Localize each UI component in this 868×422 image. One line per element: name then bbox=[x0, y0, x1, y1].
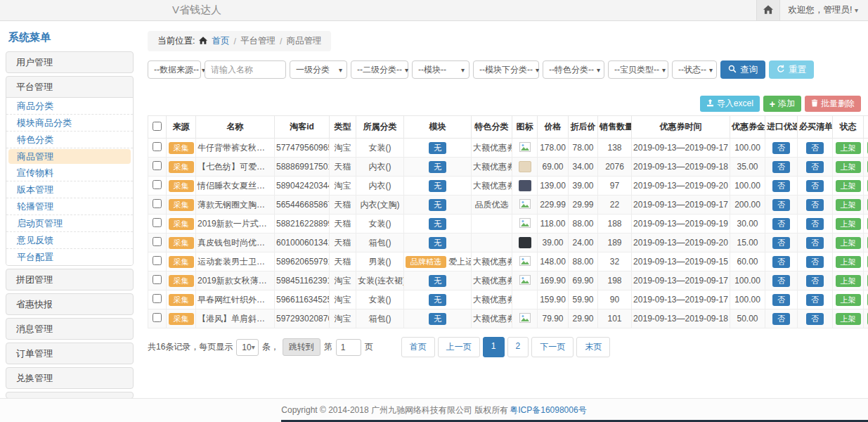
sidebar-item-平台配置[interactable]: 平台配置 bbox=[6, 249, 133, 265]
must-buy-toggle[interactable]: 否 bbox=[806, 199, 824, 211]
imported-toggle[interactable]: 否 bbox=[772, 275, 790, 287]
module-badge: 无 bbox=[429, 294, 446, 306]
sidebar-item-模块商品分类[interactable]: 模块商品分类 bbox=[6, 115, 133, 132]
row-checkbox[interactable] bbox=[153, 180, 162, 189]
sidebar-group-省惠快报[interactable]: 省惠快报 bbox=[6, 294, 133, 314]
sidebar-group-订单管理[interactable]: 订单管理 bbox=[6, 343, 133, 364]
product-thumbnail bbox=[519, 180, 531, 191]
filter-goods-type-select[interactable]: --宝贝类型-- ▾ bbox=[608, 60, 668, 79]
imported-toggle[interactable]: 否 bbox=[772, 180, 790, 192]
status-badge[interactable]: 上架 bbox=[836, 199, 861, 211]
name-search-input[interactable] bbox=[205, 60, 286, 79]
sidebar-group-clipped[interactable] bbox=[6, 392, 133, 398]
row-checkbox[interactable] bbox=[153, 142, 162, 151]
filter-status-select[interactable]: --状态-- ▾ bbox=[672, 60, 717, 79]
jump-prefix: 第 bbox=[324, 341, 332, 353]
imported-toggle[interactable]: 否 bbox=[772, 142, 790, 154]
filter-module-select[interactable]: --模块-- ▾ bbox=[412, 60, 469, 79]
row-checkbox[interactable] bbox=[153, 199, 162, 208]
module-badge: 无 bbox=[429, 218, 446, 230]
sidebar-group-兑换管理[interactable]: 兑换管理 bbox=[6, 368, 133, 388]
sidebar-group-消息管理[interactable]: 消息管理 bbox=[6, 319, 133, 339]
search-button[interactable]: 查询 bbox=[720, 60, 765, 79]
must-buy-toggle[interactable]: 否 bbox=[806, 237, 824, 249]
import-excel-button[interactable]: 导入excel bbox=[700, 96, 760, 112]
imported-toggle[interactable]: 否 bbox=[772, 218, 790, 230]
row-checkbox[interactable] bbox=[153, 161, 162, 170]
imported-toggle[interactable]: 否 bbox=[772, 256, 790, 268]
row-checkbox[interactable] bbox=[153, 313, 162, 322]
sidebar-item-商品管理[interactable]: 商品管理 bbox=[8, 149, 131, 164]
imported-toggle[interactable]: 否 bbox=[772, 313, 790, 325]
table-body: 采集牛仔背带裤女秋装减龄...577479560965淘宝女装()无大额优惠券1… bbox=[148, 139, 868, 328]
sidebar-group-users[interactable]: 用户管理 bbox=[6, 52, 133, 72]
status-badge[interactable]: 上架 bbox=[836, 275, 861, 287]
sidebar-item-宣传物料[interactable]: 宣传物料 bbox=[6, 165, 133, 181]
sidebar-group-platform[interactable]: 平台管理 bbox=[6, 77, 133, 97]
discounted-price: 88.00 bbox=[569, 252, 598, 271]
must-buy-toggle[interactable]: 否 bbox=[806, 313, 824, 325]
sidebar-item-商品分类[interactable]: 商品分类 bbox=[6, 98, 133, 115]
status-badge[interactable]: 上架 bbox=[836, 294, 861, 306]
module-badge: 无 bbox=[429, 275, 446, 287]
imported-toggle[interactable]: 否 bbox=[772, 199, 790, 211]
sidebar-item-意见反馈[interactable]: 意见反馈 bbox=[6, 232, 133, 249]
must-buy-toggle[interactable]: 否 bbox=[806, 256, 824, 268]
page-number-input[interactable] bbox=[336, 339, 361, 356]
imported-toggle[interactable]: 否 bbox=[772, 237, 790, 249]
sidebar-item-轮播管理[interactable]: 轮播管理 bbox=[6, 198, 133, 215]
row-checkbox[interactable] bbox=[153, 256, 162, 265]
price: 39.00 bbox=[538, 234, 569, 252]
filter-level1-select[interactable]: 一级分类 ▾ bbox=[290, 60, 347, 79]
discounted-price: 24.00 bbox=[569, 234, 598, 252]
reset-button[interactable]: 重置 bbox=[769, 60, 814, 79]
per-page-select[interactable]: 10 ▾ bbox=[236, 339, 258, 356]
breadcrumb-home-link[interactable]: 首页 bbox=[212, 35, 229, 47]
imported-toggle[interactable]: 否 bbox=[772, 161, 790, 173]
status-badge[interactable]: 上架 bbox=[836, 237, 861, 249]
home-button[interactable] bbox=[756, 0, 780, 20]
user-menu[interactable]: 欢迎您，管理员! ▾ bbox=[789, 4, 859, 16]
page-button-末页[interactable]: 末页 bbox=[576, 337, 610, 357]
jump-button[interactable]: 跳转到 bbox=[283, 338, 320, 356]
filter-data-source-select[interactable]: --数据来源-- ▾ bbox=[148, 60, 201, 79]
page-button-首页[interactable]: 首页 bbox=[401, 337, 435, 357]
sidebar-item-特色分类[interactable]: 特色分类 bbox=[6, 132, 133, 148]
row-checkbox[interactable] bbox=[153, 294, 162, 303]
page-button-2[interactable]: 2 bbox=[507, 337, 529, 357]
batch-delete-button[interactable]: 批量删除 bbox=[805, 96, 861, 112]
sidebar-item-版本管理[interactable]: 版本管理 bbox=[6, 181, 133, 198]
row-checkbox[interactable] bbox=[153, 275, 162, 284]
icp-link[interactable]: 粤ICP备16098006号 bbox=[510, 404, 586, 416]
must-buy-toggle[interactable]: 否 bbox=[806, 180, 824, 192]
must-buy-toggle[interactable]: 否 bbox=[806, 218, 824, 230]
must-buy-toggle[interactable]: 否 bbox=[806, 142, 824, 154]
page-button-下一页[interactable]: 下一页 bbox=[531, 337, 574, 357]
page-button-上一页[interactable]: 上一页 bbox=[438, 337, 480, 357]
row-checkbox[interactable] bbox=[153, 218, 162, 227]
status-badge[interactable]: 上架 bbox=[836, 161, 861, 173]
row-checkbox[interactable] bbox=[153, 237, 162, 246]
must-buy-toggle[interactable]: 否 bbox=[806, 161, 824, 173]
status-badge[interactable]: 上架 bbox=[836, 256, 861, 268]
status-badge[interactable]: 上架 bbox=[836, 313, 861, 325]
select-all-checkbox[interactable] bbox=[153, 122, 162, 131]
filter-module-sub-select[interactable]: --模块下分类-- ▾ bbox=[473, 60, 539, 79]
sidebar-item-启动页管理[interactable]: 启动页管理 bbox=[6, 215, 133, 232]
discounted-price: 29.90 bbox=[569, 309, 598, 328]
filter-level2-select[interactable]: --二级分类-- ▾ bbox=[351, 60, 408, 79]
page-button-1[interactable]: 1 bbox=[483, 337, 505, 357]
sidebar-group-拼团管理[interactable]: 拼团管理 bbox=[6, 269, 133, 290]
filter-feature-select[interactable]: --特色分类-- ▾ bbox=[543, 60, 604, 79]
product-name: 情侣睡衣女夏丝绸男士... bbox=[196, 177, 275, 196]
add-button[interactable]: + 添加 bbox=[763, 96, 801, 112]
imported-toggle[interactable]: 否 bbox=[772, 294, 790, 306]
status-badge[interactable]: 上架 bbox=[836, 142, 861, 154]
must-buy-toggle[interactable]: 否 bbox=[806, 275, 824, 287]
must-buy-toggle[interactable]: 否 bbox=[806, 294, 824, 306]
sidebar: 系统菜单 用户管理 平台管理 商品分类模块商品分类特色分类商品管理宣传物料版本管… bbox=[6, 21, 134, 398]
status-badge[interactable]: 上架 bbox=[836, 180, 861, 192]
module-badge: 无 bbox=[429, 161, 446, 173]
image-placeholder-icon bbox=[519, 277, 531, 287]
status-badge[interactable]: 上架 bbox=[836, 218, 861, 230]
